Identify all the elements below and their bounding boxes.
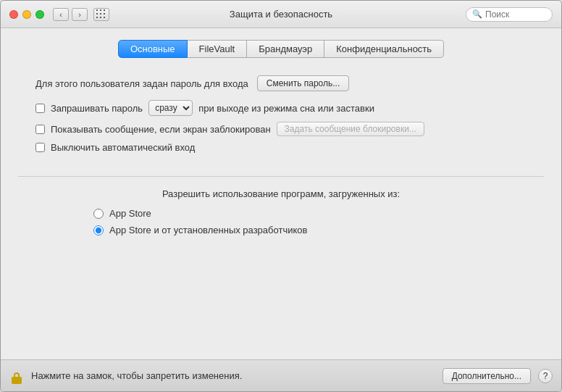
help-button[interactable]: ? — [538, 369, 553, 383]
main-window: ‹ › Защита и безопасность 🔍 Основные Fil… — [0, 0, 562, 392]
radio-appstore-dev-label: App Store и от установленных разработчик… — [109, 225, 307, 235]
minimize-button[interactable] — [22, 10, 31, 19]
tab-bar: Основные FileVault Брандмауэр Конфиденци… — [18, 40, 544, 58]
downloads-section: Разрешить использование программ, загруж… — [18, 188, 544, 241]
search-input[interactable] — [485, 9, 543, 20]
section-divider — [18, 176, 544, 177]
tab-privacy[interactable]: Конфиденциальность — [324, 40, 444, 58]
password-set-label: Для этого пользователя задан пароль для … — [35, 78, 248, 89]
search-box[interactable]: 🔍 — [466, 7, 553, 22]
password-row: Для этого пользователя задан пароль для … — [35, 75, 527, 91]
additional-button[interactable]: Дополнительно... — [443, 368, 531, 384]
lock-message: Нажмите на замок, чтобы запретить измене… — [31, 370, 242, 381]
grid-icon — [96, 9, 106, 20]
show-message-label: Показывать сообщение, если экран заблоки… — [51, 124, 271, 135]
disable-autologin-label: Выключить автоматический вход — [51, 142, 195, 153]
radio-appstore-row: App Store — [35, 208, 527, 219]
tab-firewall[interactable]: Брандмауэр — [247, 40, 324, 58]
show-message-row: Показывать сообщение, если экран заблоки… — [35, 122, 527, 136]
request-password-row: Запрашивать пароль сразу при выходе из р… — [35, 100, 527, 116]
radio-appstore-dev[interactable] — [93, 225, 104, 235]
titlebar: ‹ › Защита и безопасность 🔍 — [1, 1, 561, 28]
back-button[interactable]: ‹ — [53, 8, 69, 21]
disable-autologin-checkbox[interactable] — [35, 143, 45, 152]
change-password-button[interactable]: Сменить пароль... — [257, 75, 350, 91]
maximize-button[interactable] — [35, 10, 44, 19]
request-password-dropdown[interactable]: сразу — [148, 100, 193, 116]
close-button[interactable] — [9, 10, 18, 19]
radio-appstore-dev-row: App Store и от установленных разработчик… — [35, 225, 527, 235]
disable-autologin-row: Выключить автоматический вход — [35, 142, 527, 153]
request-password-label: Запрашивать пароль — [51, 103, 143, 114]
window-title: Защита и безопасность — [230, 9, 332, 20]
forward-button[interactable]: › — [72, 8, 88, 21]
radio-appstore[interactable] — [93, 209, 104, 219]
lock-icon — [9, 368, 24, 384]
tab-basic[interactable]: Основные — [118, 40, 188, 58]
grid-menu-button[interactable] — [93, 8, 109, 21]
traffic-lights — [9, 10, 44, 19]
bottom-bar: Нажмите на замок, чтобы запретить измене… — [1, 359, 561, 391]
request-password-after: при выходе из режима сна или заставки — [198, 103, 374, 114]
downloads-title: Разрешить использование программ, загруж… — [35, 188, 527, 199]
show-message-checkbox[interactable] — [35, 125, 45, 134]
set-lock-message-button[interactable]: Задать сообщение блокировки... — [277, 122, 424, 136]
tab-filevault[interactable]: FileVault — [188, 40, 248, 58]
radio-appstore-label: App Store — [109, 208, 151, 219]
request-password-checkbox[interactable] — [35, 104, 45, 113]
nav-buttons: ‹ › — [53, 8, 88, 21]
lock-body — [12, 377, 22, 384]
content-area: Основные FileVault Брандмауэр Конфиденци… — [1, 28, 561, 359]
form-section: Для этого пользователя задан пароль для … — [18, 70, 544, 164]
search-icon: 🔍 — [472, 9, 482, 19]
